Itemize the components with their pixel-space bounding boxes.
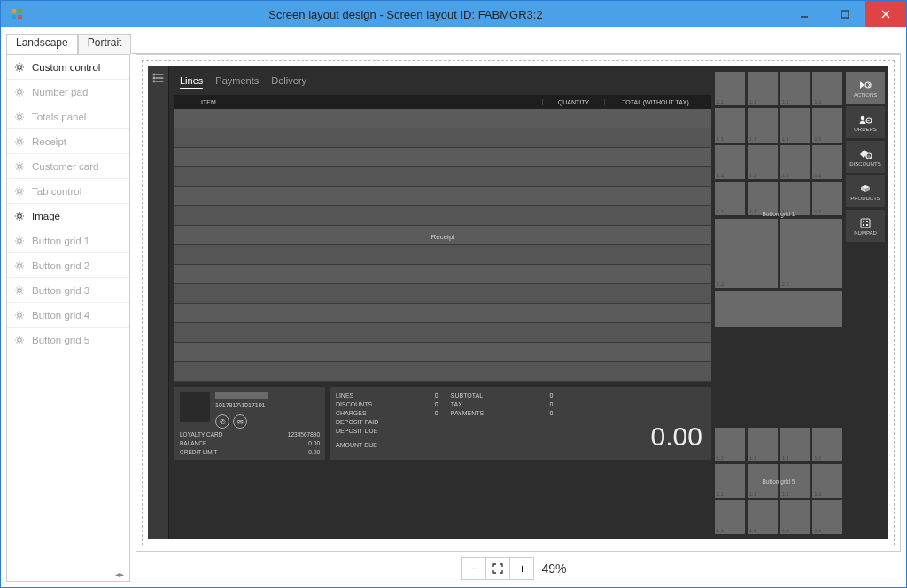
toolbox-collapse-button[interactable]: ◂▸ (7, 568, 129, 581)
rail-products[interactable]: PRODUCTS (846, 175, 885, 207)
rail-label: ORDERS (854, 127, 877, 132)
svg-rect-33 (866, 220, 868, 222)
tax-value: 0 (550, 401, 554, 407)
mail-icon[interactable]: ✉ (233, 414, 247, 429)
receipt-row (174, 323, 711, 343)
customer-card[interactable]: 1017817\1017101 ✆ ✉ LOYALTY CARD12 (174, 387, 325, 460)
svg-rect-1 (18, 9, 22, 13)
close-button[interactable] (865, 1, 906, 27)
tool-tab-control[interactable]: Tab control (7, 179, 129, 204)
receipt-row (174, 148, 711, 167)
tool-button-grid-4[interactable]: Button grid 4 (7, 303, 129, 328)
pos-tab-payments[interactable]: Payments (215, 75, 259, 89)
col-total: TOTAL (WITHOUT TAX) (605, 99, 711, 105)
svg-point-13 (18, 189, 21, 192)
tool-customer-card[interactable]: Customer card (7, 154, 129, 179)
rail-discounts[interactable]: % DISCOUNTS (846, 141, 885, 173)
payments-label: PAYMENTS (451, 410, 484, 416)
canvas-inner: Lines Payments Delivery ITEM QUANTITY TO… (142, 60, 895, 545)
receipt-row (174, 206, 711, 226)
tool-label: Button grid 4 (32, 310, 89, 321)
pos-main: Lines Payments Delivery ITEM QUANTITY TO… (169, 66, 711, 539)
gear-icon (14, 236, 25, 246)
tool-label: Customer card (32, 161, 98, 172)
gear-icon (14, 62, 25, 73)
payments-value: 0 (550, 410, 554, 416)
svg-point-27 (861, 115, 865, 120)
gear-icon (14, 87, 25, 97)
tool-totals-panel[interactable]: Totals panel (7, 104, 129, 129)
tool-receipt[interactable]: Receipt (7, 129, 129, 154)
totals-panel[interactable]: 1017817\1017101 ✆ ✉ LOYALTY CARD12 (174, 387, 711, 460)
tool-button-grid-5[interactable]: Button grid 5 (7, 328, 129, 352)
phone-icon[interactable]: ✆ (215, 414, 229, 429)
canvas-column: Lines Payments Delivery ITEM QUANTITY TO… (136, 54, 901, 582)
svg-rect-0 (12, 9, 16, 13)
subtotal-label: SUBTOTAL (451, 392, 483, 398)
pos-left-rail[interactable] (148, 66, 169, 539)
tool-image[interactable]: Image (7, 204, 129, 228)
rail-label: ACTIONS (854, 92, 878, 97)
button-grid-1[interactable]: 1.11.11.11.1 1.11.11.11.1 1.11.11.11.1 1… (715, 72, 842, 215)
discounts-label: DISCOUNTS (336, 401, 372, 407)
gear-icon (14, 112, 25, 122)
svg-point-19 (18, 337, 21, 341)
svg-point-24 (153, 77, 155, 79)
svg-point-10 (18, 114, 21, 118)
button-grid-5[interactable]: 1.11.11.11.1 1.11.11.11.1 1.11.11.11.1 B… (715, 428, 842, 534)
fit-icon (492, 562, 504, 575)
svg-rect-35 (866, 224, 868, 226)
receipt-placeholder-label: Receipt (430, 233, 454, 241)
maximize-button[interactable] (825, 1, 865, 27)
charges-label: CHARGES (336, 410, 367, 416)
svg-point-12 (18, 164, 21, 167)
gear-icon (14, 136, 25, 147)
gear-icon (14, 260, 25, 271)
lines-value: 0 (435, 392, 438, 398)
tool-label: Image (32, 211, 60, 221)
rail-label: NUMPAD (854, 230, 877, 236)
rail-orders[interactable]: ORDERS (846, 106, 885, 138)
tool-custom-control[interactable]: Custom control (7, 55, 129, 80)
pos-tab-lines[interactable]: Lines (180, 75, 203, 89)
tool-button-grid-1[interactable]: Button grid 1 (7, 228, 129, 253)
zoom-in-button[interactable]: + (509, 557, 534, 580)
pos-tab-delivery[interactable]: Delivery (271, 75, 306, 89)
tool-number-pad[interactable]: Number pad (7, 80, 129, 104)
zoom-fit-button[interactable] (485, 557, 510, 580)
tool-button-grid-2[interactable]: Button grid 2 (7, 253, 129, 278)
svg-point-11 (18, 139, 21, 143)
svg-point-17 (18, 288, 21, 291)
gear-icon (14, 211, 25, 221)
window-title: Screen layout design - Screen layout ID:… (27, 8, 784, 21)
discounts-value: 0 (435, 401, 438, 407)
tax-label: TAX (451, 401, 462, 407)
tool-label: Button grid 1 (32, 236, 89, 246)
tab-portrait[interactable]: Portrait (78, 34, 132, 54)
customer-name-placeholder (215, 392, 268, 399)
receipt-placeholder[interactable]: Receipt (174, 109, 711, 382)
tab-landscape[interactable]: Landscape (6, 34, 78, 54)
design-canvas[interactable]: Lines Payments Delivery ITEM QUANTITY TO… (136, 54, 901, 552)
zoom-out-button[interactable]: − (461, 557, 486, 580)
receipt-header: ITEM QUANTITY TOTAL (WITHOUT TAX) (174, 95, 711, 109)
receipt-row (174, 304, 711, 323)
tool-button-grid-3[interactable]: Button grid 3 (7, 278, 129, 303)
rail-actions[interactable]: ACTIONS (846, 72, 885, 104)
button-grid-bar[interactable] (715, 291, 842, 327)
titlebar: Screen layout design - Screen layout ID:… (1, 1, 906, 27)
lines-label: LINES (336, 392, 353, 398)
svg-rect-34 (863, 224, 864, 226)
orientation-tabs: Landscape Portrait (6, 33, 901, 54)
button-grid-mid[interactable]: 2.22.2 (715, 219, 842, 288)
numpad-icon (858, 217, 872, 229)
subtotal-value: 0 (550, 392, 554, 398)
charges-value: 0 (435, 410, 438, 416)
tool-label: Tab control (32, 186, 81, 197)
loyalty-value: 1234567890 (288, 431, 320, 437)
svg-rect-31 (861, 219, 870, 228)
rail-numpad[interactable]: NUMPAD (846, 210, 885, 242)
svg-point-16 (18, 263, 21, 267)
gear-icon (14, 285, 25, 296)
minimize-button[interactable] (784, 1, 825, 27)
